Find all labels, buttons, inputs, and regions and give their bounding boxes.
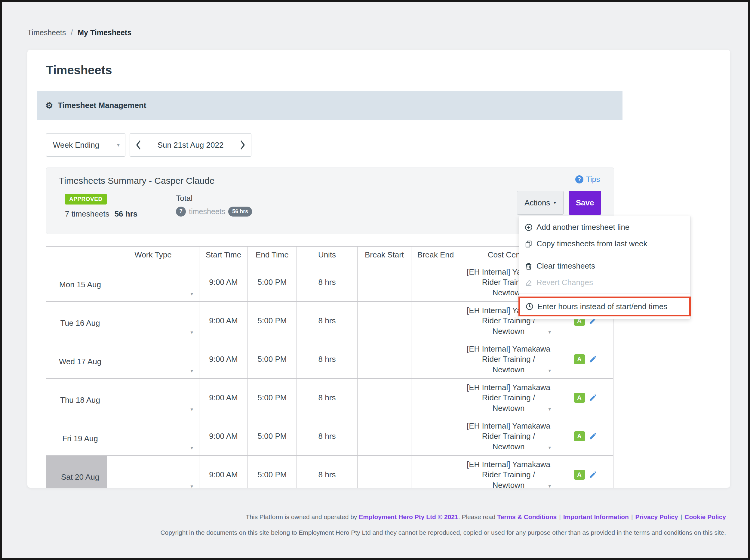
work-type-select[interactable]: ▾ (107, 263, 199, 302)
end-time-cell[interactable]: 5:00 PM (248, 263, 297, 302)
approval-badge: A (574, 470, 585, 480)
start-time-cell[interactable]: 9:00 AM (199, 263, 248, 302)
important-info-link[interactable]: Important Information (563, 513, 629, 520)
break-end-cell[interactable] (411, 417, 460, 456)
approval-badge: A (574, 393, 585, 403)
save-button[interactable]: Save (569, 191, 601, 215)
chevron-down-icon: ▾ (117, 142, 120, 148)
cost-centre-value: [EH Internal] Yamakawa Rider Training / … (467, 421, 550, 451)
privacy-policy-link[interactable]: Privacy Policy (635, 513, 678, 520)
start-time-cell[interactable]: 9:00 AM (199, 340, 248, 379)
menu-item-enter-hours[interactable]: Enter hours instead of start/end times (519, 297, 691, 316)
actions-button[interactable]: Actions ▾ (517, 191, 564, 215)
page-title: Timesheets (46, 63, 730, 77)
end-time-cell[interactable]: 5:00 PM (248, 340, 297, 379)
work-type-select[interactable]: ▾ (107, 340, 199, 379)
menu-item-copy-last-week[interactable]: Copy timesheets from last week (519, 236, 690, 252)
row-actions-cell: A (557, 340, 613, 379)
prev-week-button[interactable] (129, 133, 147, 157)
menu-item-label: Add another timesheet line (536, 223, 629, 232)
date-cell: Wed 17 Aug (46, 340, 107, 379)
start-time-cell[interactable]: 9:00 AM (199, 417, 248, 456)
panel-header: ⚙ Timesheet Management (37, 91, 623, 120)
menu-item-label: Revert Changes (536, 278, 593, 287)
eraser-icon (525, 279, 532, 287)
end-time-cell[interactable]: 5:00 PM (248, 417, 297, 456)
units-cell[interactable]: 8 hrs (297, 263, 358, 302)
break-start-cell[interactable] (358, 379, 411, 417)
start-time-cell[interactable]: 9:00 AM (199, 302, 248, 340)
break-start-cell[interactable] (358, 456, 411, 488)
end-time-cell[interactable]: 5:00 PM (248, 379, 297, 417)
week-ending-select[interactable]: Week Ending ▾ (46, 133, 125, 157)
chevron-down-icon: ▾ (548, 367, 551, 374)
start-time-cell[interactable]: 9:00 AM (199, 456, 248, 488)
cost-centre-select[interactable]: [EH Internal] Yamakawa Rider Training / … (460, 379, 557, 417)
week-date-field[interactable]: Sun 21st Aug 2022 (147, 133, 234, 157)
chevron-down-icon: ▾ (548, 444, 551, 451)
menu-item-label: Enter hours instead of start/end times (538, 302, 667, 311)
units-cell[interactable]: 8 hrs (297, 456, 358, 488)
menu-item-revert-changes: Revert Changes (519, 274, 690, 291)
break-start-cell[interactable] (358, 417, 411, 456)
break-end-cell[interactable] (411, 379, 460, 417)
break-start-cell[interactable] (358, 302, 411, 340)
tips-label: Tips (586, 175, 600, 184)
edit-pencil-icon[interactable] (589, 471, 597, 479)
total-badges: 7 timesheets 56 hrs (176, 207, 252, 217)
break-end-cell[interactable] (411, 263, 460, 302)
cost-centre-select[interactable]: [EH Internal] Yamakawa Rider Training / … (460, 417, 557, 456)
tips-link[interactable]: ? Tips (575, 175, 600, 184)
cost-centre-select[interactable]: [EH Internal] Yamakawa Rider Training / … (460, 340, 557, 379)
header-start-time: Start Time (199, 247, 248, 263)
table-row: Fri 19 Aug ▾ 9:00 AM 5:00 PM 8 hrs [EH I… (46, 417, 613, 456)
breadcrumb-current: My Timesheets (78, 28, 131, 37)
header-break-end: Break End (411, 247, 460, 263)
cost-centre-value: [EH Internal] Yamakawa Rider Training / … (467, 344, 550, 374)
date-navigation: Sun 21st Aug 2022 (129, 133, 251, 157)
chevron-down-icon: ▾ (190, 445, 193, 451)
edit-pencil-icon[interactable] (589, 355, 597, 363)
break-end-cell[interactable] (411, 340, 460, 379)
break-start-cell[interactable] (358, 340, 411, 379)
chevron-right-icon (239, 140, 246, 150)
total-stats: Total 7 timesheets 56 hrs (176, 194, 252, 219)
work-type-select[interactable]: ▾ (107, 417, 199, 456)
end-time-cell[interactable]: 5:00 PM (248, 456, 297, 488)
break-start-cell[interactable] (358, 263, 411, 302)
next-week-button[interactable] (234, 133, 251, 157)
units-cell[interactable]: 8 hrs (297, 302, 358, 340)
units-cell[interactable]: 8 hrs (297, 417, 358, 456)
end-time-cell[interactable]: 5:00 PM (248, 302, 297, 340)
edit-pencil-icon[interactable] (589, 432, 597, 440)
table-row: Sat 20 Aug ▾ 9:00 AM 5:00 PM 8 hrs [EH I… (46, 456, 613, 488)
break-end-cell[interactable] (411, 302, 460, 340)
menu-item-clear-timesheets[interactable]: Clear timesheets (519, 258, 690, 274)
units-cell[interactable]: 8 hrs (297, 379, 358, 417)
summary-title: Timesheets Summary - Casper Claude (59, 176, 614, 186)
actions-menu: Add another timesheet line Copy timeshee… (519, 216, 690, 319)
cost-centre-value: [EH Internal] Yamakawa Rider Training / … (467, 383, 550, 413)
page: Timesheets / My Timesheets Timesheets ⚙ … (2, 2, 748, 536)
start-time-cell[interactable]: 9:00 AM (199, 379, 248, 417)
plus-circle-icon (525, 223, 532, 231)
cost-centre-value: [EH Internal] Yamakawa Rider Training / … (467, 460, 550, 488)
footer-copyright: Copyright in the documents on this site … (27, 529, 726, 536)
break-end-cell[interactable] (411, 456, 460, 488)
row-actions-cell: A (557, 456, 613, 488)
menu-divider (519, 255, 690, 255)
work-type-select[interactable]: ▾ (107, 302, 199, 340)
breadcrumb-link-timesheets[interactable]: Timesheets (27, 28, 66, 37)
work-type-select[interactable]: ▾ (107, 379, 199, 417)
menu-item-add-timesheet-line[interactable]: Add another timesheet line (519, 219, 690, 236)
edit-pencil-icon[interactable] (589, 394, 597, 402)
cookie-policy-link[interactable]: Cookie Policy (685, 513, 726, 520)
company-link[interactable]: Employment Hero Pty Ltd © 2021 (359, 513, 458, 520)
chevron-down-icon: ▾ (190, 291, 193, 297)
units-cell[interactable]: 8 hrs (297, 340, 358, 379)
total-unit-label: timesheets (189, 207, 225, 216)
cost-centre-select[interactable]: [EH Internal] Yamakawa Rider Training / … (460, 456, 557, 488)
work-type-select[interactable]: ▾ (107, 456, 199, 488)
terms-link[interactable]: Terms & Conditions (497, 513, 556, 520)
header-units: Units (297, 247, 358, 263)
